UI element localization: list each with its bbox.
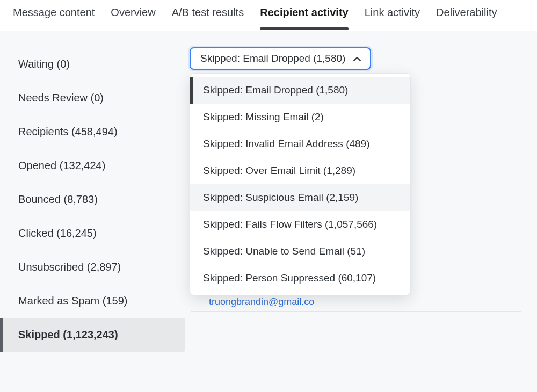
dropdown-option-email-dropped[interactable]: Skipped: Email Dropped (1,580) <box>190 77 410 104</box>
tab-overview[interactable]: Overview <box>111 6 155 30</box>
tab-message-content[interactable]: Message content <box>13 6 95 30</box>
recipient-activity-sidebar: Waiting (0) Needs Review (0) Recipients … <box>0 31 185 392</box>
skip-reason-selected-label: Skipped: Email Dropped (1,580) <box>200 53 345 64</box>
sidebar-item-needs-review[interactable]: Needs Review (0) <box>0 81 185 115</box>
dropdown-option-person-suppressed[interactable]: Skipped: Person Suppressed (60,107) <box>190 265 410 292</box>
dropdown-option-missing-email[interactable]: Skipped: Missing Email (2) <box>190 104 410 130</box>
list-divider <box>191 311 521 312</box>
sidebar-item-waiting[interactable]: Waiting (0) <box>0 47 185 81</box>
tab-bar: Message content Overview A/B test result… <box>0 0 537 31</box>
chevron-up-icon <box>353 54 361 63</box>
body: Waiting (0) Needs Review (0) Recipients … <box>0 31 537 392</box>
sidebar-item-marked-as-spam[interactable]: Marked as Spam (159) <box>0 284 185 318</box>
dropdown-option-unable-to-send-email[interactable]: Skipped: Unable to Send Email (51) <box>190 238 410 265</box>
sidebar-item-unsubscribed[interactable]: Unsubscribed (2,897) <box>0 250 185 284</box>
skip-reason-dropdown-trigger[interactable]: Skipped: Email Dropped (1,580) <box>190 47 371 70</box>
dropdown-option-suspicious-email[interactable]: Skipped: Suspicious Email (2,159) <box>190 184 410 211</box>
sidebar-item-clicked[interactable]: Clicked (16,245) <box>0 216 185 250</box>
main-panel: truongbrandin@gmail.co Skipped: Email Dr… <box>185 31 537 392</box>
tab-ab-test-results[interactable]: A/B test results <box>172 6 244 30</box>
sidebar-item-bounced[interactable]: Bounced (8,783) <box>0 183 185 216</box>
dropdown-option-invalid-email-address[interactable]: Skipped: Invalid Email Address (489) <box>190 130 410 157</box>
sidebar-item-recipients[interactable]: Recipients (458,494) <box>0 115 185 149</box>
dropdown-option-over-email-limit[interactable]: Skipped: Over Email Limit (1,289) <box>190 157 410 184</box>
skip-reason-dropdown-panel: Skipped: Email Dropped (1,580) Skipped: … <box>190 73 411 295</box>
tab-deliverability[interactable]: Deliverability <box>436 6 497 30</box>
tab-recipient-activity[interactable]: Recipient activity <box>260 6 349 30</box>
recipient-email-link[interactable]: truongbrandin@gmail.co <box>209 296 314 308</box>
sidebar-item-opened[interactable]: Opened (132,424) <box>0 149 185 183</box>
tab-link-activity[interactable]: Link activity <box>365 6 420 30</box>
dropdown-option-fails-flow-filters[interactable]: Skipped: Fails Flow Filters (1,057,566) <box>190 211 410 238</box>
sidebar-item-skipped[interactable]: Skipped (1,123,243) <box>0 318 185 352</box>
